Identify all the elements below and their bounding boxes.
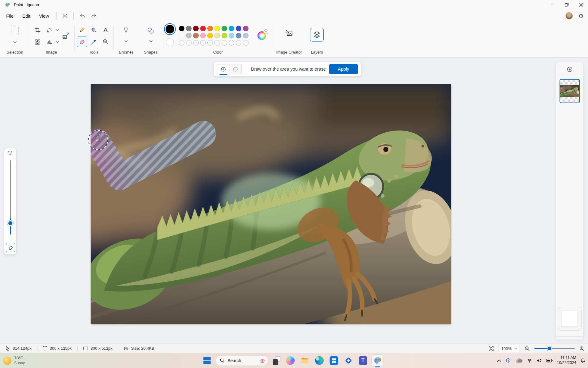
onedrive-cloud-icon[interactable]	[515, 358, 523, 363]
settings-gear-icon[interactable]: ⚙	[578, 12, 584, 19]
resize-image-button[interactable]	[61, 31, 71, 41]
shapes-dropdown-chevron[interactable]	[149, 40, 153, 42]
crop-button[interactable]	[32, 25, 43, 35]
palette-color-swatch[interactable]	[193, 26, 199, 31]
color1-swatch[interactable]	[164, 23, 176, 35]
shapes-button[interactable]	[145, 25, 156, 36]
palette-color-swatch[interactable]	[179, 33, 184, 38]
palette-color-swatch[interactable]	[222, 33, 227, 38]
palette-empty-slot[interactable]	[222, 40, 227, 46]
flip-dropdown-chevron[interactable]	[56, 41, 59, 43]
palette-empty-slot[interactable]	[193, 40, 199, 46]
clock-widget[interactable]: 11:11 AM 10/22/2024	[557, 356, 576, 365]
user-avatar[interactable]	[565, 12, 573, 20]
palette-color-swatch[interactable]	[200, 33, 206, 38]
layers-button[interactable]	[310, 28, 324, 42]
palette-color-swatch[interactable]	[243, 33, 249, 38]
teams-icon[interactable]: T	[357, 355, 369, 366]
background-layer-tile[interactable]	[558, 307, 582, 331]
drawing-canvas[interactable]: ☝	[91, 84, 451, 324]
minimize-button[interactable]	[545, 0, 560, 9]
palette-color-swatch[interactable]	[207, 33, 213, 38]
menu-file[interactable]: File	[2, 11, 18, 20]
palette-color-swatch[interactable]	[179, 26, 184, 31]
task-view-icon[interactable]	[271, 355, 282, 366]
palette-color-swatch[interactable]	[186, 33, 192, 38]
size-slider-thumb[interactable]	[7, 220, 13, 226]
palette-color-swatch[interactable]	[193, 33, 199, 38]
zoom-level-dropdown[interactable]: 100%	[499, 345, 520, 352]
apply-button[interactable]: Apply	[329, 64, 358, 74]
zoom-slider-track[interactable]	[534, 348, 575, 349]
drag-handle-icon[interactable]	[4, 151, 16, 155]
palette-color-swatch[interactable]	[214, 33, 220, 38]
palette-color-swatch[interactable]	[214, 26, 220, 31]
fill-tool-button[interactable]	[89, 25, 99, 35]
palette-empty-slot[interactable]	[229, 40, 234, 46]
edit-colors-plus-badge[interactable]: +	[264, 29, 268, 34]
eraser-tool-button[interactable]	[77, 37, 87, 47]
notification-bell-icon[interactable]	[580, 358, 586, 363]
palette-empty-slot[interactable]	[243, 40, 249, 46]
pencil-tool-button[interactable]	[77, 25, 87, 35]
rotate-button[interactable]	[44, 25, 54, 35]
menu-edit[interactable]: Edit	[18, 11, 35, 20]
color-picker-tool-button[interactable]	[89, 37, 99, 47]
palette-empty-slot[interactable]	[200, 40, 206, 46]
start-button[interactable]	[201, 355, 213, 366]
palette-color-swatch[interactable]	[186, 26, 192, 31]
layer-thumbnail-selected[interactable]	[560, 79, 580, 103]
palette-color-swatch[interactable]	[229, 33, 234, 38]
brushes-button[interactable]	[121, 25, 131, 36]
palette-color-swatch[interactable]	[207, 26, 213, 31]
smart-eraser-button[interactable]	[6, 243, 15, 252]
rotate-dropdown-chevron[interactable]	[56, 29, 59, 31]
tray-show-hidden-icons-chevron[interactable]	[497, 359, 501, 362]
erase-add-area-button[interactable]	[217, 64, 229, 74]
palette-empty-slot[interactable]	[236, 40, 241, 46]
palette-color-swatch[interactable]	[229, 26, 234, 31]
palette-color-swatch[interactable]	[236, 26, 241, 31]
paint-taskbar-icon[interactable]	[372, 355, 383, 366]
volume-icon[interactable]	[536, 358, 542, 363]
zoom-in-button[interactable]	[579, 346, 585, 352]
zoom-out-button[interactable]	[524, 346, 530, 352]
background-removal-button[interactable]	[32, 37, 43, 47]
weather-widget[interactable]: 78°F Sunny	[3, 353, 25, 368]
color2-swatch[interactable]	[166, 38, 174, 46]
selection-dropdown-chevron[interactable]	[13, 41, 17, 43]
save-button[interactable]	[60, 11, 70, 20]
fit-to-screen-button[interactable]	[488, 345, 494, 352]
close-button[interactable]	[574, 0, 588, 9]
wifi-icon[interactable]	[527, 358, 532, 363]
palette-empty-slot[interactable]	[179, 40, 184, 46]
brushes-dropdown-chevron[interactable]	[124, 40, 128, 42]
selection-tool-button[interactable]	[10, 25, 20, 35]
taskbar-search-box[interactable]: Search	[216, 355, 268, 366]
palette-empty-slot[interactable]	[214, 40, 220, 46]
erase-remove-area-button[interactable]	[229, 64, 242, 74]
palette-color-swatch[interactable]	[222, 26, 227, 31]
copilot-icon[interactable]	[284, 355, 296, 366]
file-explorer-icon[interactable]	[299, 355, 311, 366]
dev-home-icon[interactable]	[343, 355, 354, 366]
palette-color-swatch[interactable]	[200, 26, 206, 31]
magnifier-tool-button[interactable]	[100, 37, 111, 47]
palette-empty-slot[interactable]	[186, 40, 192, 46]
zoom-slider-thumb[interactable]	[547, 346, 552, 351]
flip-button[interactable]	[44, 37, 54, 47]
battery-icon[interactable]	[546, 359, 553, 362]
add-layer-button[interactable]	[565, 65, 574, 74]
image-creator-button[interactable]	[284, 28, 294, 38]
redo-button[interactable]	[89, 11, 99, 20]
undo-button[interactable]	[77, 11, 87, 20]
microsoft-store-icon[interactable]	[328, 355, 340, 366]
tray-3d-viewer-icon[interactable]	[505, 358, 511, 364]
palette-color-swatch[interactable]	[236, 33, 241, 38]
menu-view[interactable]: View	[35, 11, 53, 20]
palette-empty-slot[interactable]	[207, 40, 213, 46]
edge-browser-icon[interactable]	[313, 355, 325, 366]
maximize-button[interactable]	[560, 0, 574, 9]
text-tool-button[interactable]: A	[100, 25, 111, 35]
palette-color-swatch[interactable]	[243, 26, 249, 31]
